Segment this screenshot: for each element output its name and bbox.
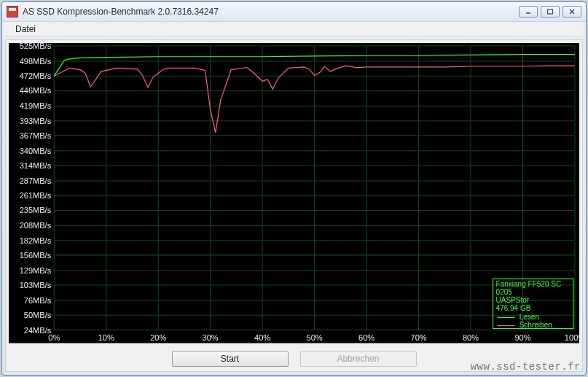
svg-rect-1 xyxy=(548,9,553,14)
svg-text:235MB/s: 235MB/s xyxy=(20,206,52,215)
app-window: AS SSD Kompression-Benchmark 2.0.7316.34… xyxy=(1,1,587,376)
svg-text:0%: 0% xyxy=(48,333,60,342)
svg-text:10%: 10% xyxy=(98,333,114,342)
svg-text:70%: 70% xyxy=(411,333,427,342)
close-button[interactable] xyxy=(562,6,581,18)
svg-text:340MB/s: 340MB/s xyxy=(20,147,52,155)
content-panel: 525MB/s498MB/s472MB/s446MB/s419MB/s393MB… xyxy=(5,39,583,372)
window-controls xyxy=(519,6,581,18)
menu-datei[interactable]: Datei xyxy=(9,23,42,36)
svg-text:100%: 100% xyxy=(565,333,579,342)
svg-text:20%: 20% xyxy=(150,333,166,342)
svg-text:287MB/s: 287MB/s xyxy=(20,176,52,185)
svg-text:60%: 60% xyxy=(358,333,375,342)
svg-text:UASPStor: UASPStor xyxy=(496,297,530,305)
svg-text:446MB/s: 446MB/s xyxy=(20,87,52,96)
svg-text:80%: 80% xyxy=(463,333,479,342)
svg-text:50%: 50% xyxy=(307,333,323,342)
svg-text:30%: 30% xyxy=(203,333,219,342)
chart-svg: 525MB/s498MB/s472MB/s446MB/s419MB/s393MB… xyxy=(9,43,579,343)
svg-text:103MB/s: 103MB/s xyxy=(20,281,52,290)
svg-text:472MB/s: 472MB/s xyxy=(20,72,52,81)
maximize-button[interactable] xyxy=(541,6,560,18)
svg-text:476,94 GB: 476,94 GB xyxy=(496,305,531,313)
svg-text:76MB/s: 76MB/s xyxy=(24,297,52,306)
svg-text:129MB/s: 129MB/s xyxy=(20,266,52,275)
svg-text:261MB/s: 261MB/s xyxy=(20,192,52,201)
svg-text:24MB/s: 24MB/s xyxy=(24,326,52,335)
app-icon xyxy=(7,6,18,18)
svg-text:50MB/s: 50MB/s xyxy=(24,311,52,320)
titlebar: AS SSD Kompression-Benchmark 2.0.7316.34… xyxy=(2,2,586,22)
svg-rect-4 xyxy=(9,43,579,343)
window-title: AS SSD Kompression-Benchmark 2.0.7316.34… xyxy=(23,7,519,17)
svg-text:367MB/s: 367MB/s xyxy=(20,131,52,140)
svg-text:90%: 90% xyxy=(514,333,530,342)
svg-text:498MB/s: 498MB/s xyxy=(20,57,52,66)
chart: 525MB/s498MB/s472MB/s446MB/s419MB/s393MB… xyxy=(9,43,579,343)
svg-text:419MB/s: 419MB/s xyxy=(20,102,52,111)
abort-button: Abbrechen xyxy=(300,351,417,367)
minimize-button[interactable] xyxy=(519,6,538,18)
svg-text:Schreiben: Schreiben xyxy=(520,322,552,330)
svg-text:393MB/s: 393MB/s xyxy=(20,117,52,125)
svg-text:0205: 0205 xyxy=(496,289,513,297)
svg-text:208MB/s: 208MB/s xyxy=(20,222,52,230)
menubar: Datei xyxy=(5,22,583,37)
watermark: www.ssd-tester.fr xyxy=(471,361,581,373)
svg-text:Lesen: Lesen xyxy=(520,314,539,322)
svg-text:40%: 40% xyxy=(254,333,270,342)
svg-text:182MB/s: 182MB/s xyxy=(20,236,52,245)
svg-text:314MB/s: 314MB/s xyxy=(20,162,52,171)
start-button[interactable]: Start xyxy=(172,351,289,367)
svg-text:156MB/s: 156MB/s xyxy=(20,251,52,260)
svg-text:525MB/s: 525MB/s xyxy=(20,43,52,50)
svg-text:Fanxiang FF520 SC: Fanxiang FF520 SC xyxy=(496,281,562,289)
